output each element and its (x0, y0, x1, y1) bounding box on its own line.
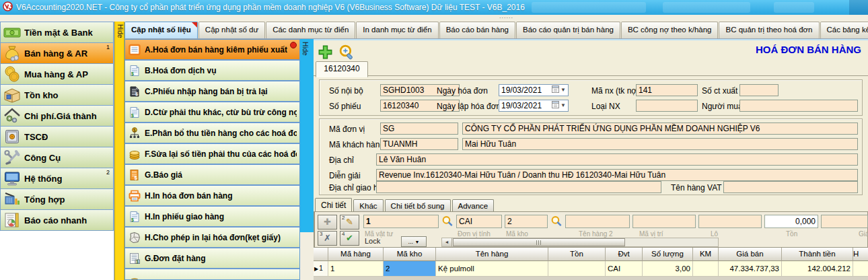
tab-advance[interactable]: Advance (452, 199, 495, 213)
sidebar-item-he-thong[interactable]: Hệ thống 2 (0, 168, 114, 189)
dien-giai-field[interactable]: Revenue Inv.16120340-Mai Hữu Tuân / Doan… (376, 169, 858, 181)
sidebar-item-mua-hang-ap[interactable]: Mua hàng & AP (0, 64, 114, 85)
calendar-icon[interactable] (552, 85, 559, 96)
tab-cac-bang-ke-bc-tai-khoan[interactable]: Các bảng kê, BC tài khoản (820, 22, 868, 38)
edit-line-button[interactable]: 2✎ (340, 215, 359, 230)
grid-header[interactable]: Đvt (606, 248, 643, 261)
grid-header[interactable]: H (853, 248, 868, 261)
sidebar-item-tscd[interactable]: TSCĐ (0, 127, 114, 147)
nguoi-mua-field[interactable] (739, 100, 858, 112)
cell-gia-ban[interactable]: 47.334.737,33 (719, 261, 782, 277)
cell-h[interactable] (853, 261, 868, 277)
search-item-icon[interactable] (441, 215, 453, 229)
row-selector-cell[interactable]: ▶1 (314, 261, 328, 277)
menu-item-partial[interactable] (125, 269, 299, 280)
tab-bc-cong-no-theo-khang[interactable]: BC công nợ theo k/hàng (621, 22, 719, 38)
menu-item-cho-phep-in-lai[interactable]: H.Cho phép in lại hóa đơn(kẹt giấy) (125, 228, 299, 248)
ma-vi-tri-editor[interactable] (632, 215, 696, 228)
tab-khac[interactable]: Khác (353, 199, 383, 213)
tab-bc-quan-tri-theo-hoa-don[interactable]: BC quản trị theo hoá đơn (719, 22, 819, 38)
tab-cap-nhat-so-du[interactable]: Cập nhật số dư (198, 22, 265, 38)
delete-line-button[interactable]: 3✗ (318, 231, 337, 246)
grid-header[interactable]: Giá bán (719, 248, 782, 261)
sidebar-item-ton-kho[interactable]: Tồn kho (0, 85, 114, 106)
tab-chi-tiet-bo-sung[interactable]: Chi tiết bổ sung (385, 199, 451, 213)
tab-bao-cao-quan-tri-ban-hang[interactable]: Báo cáo quản trị bán hàng (516, 22, 620, 38)
sidebar-item-ban-hang-ar[interactable]: Bán hàng & AR 1 (0, 43, 114, 64)
ma-kho-editor[interactable]: 2 (505, 215, 548, 228)
dia-chi-giao-hang-field[interactable] (376, 181, 661, 193)
tab-cap-nhat-so-lieu[interactable]: Cập nhật số liệu (124, 22, 198, 38)
menu-item-in-hoa-don-ban-hang[interactable]: H.In hóa đơn bán hàng (125, 186, 299, 207)
sidebar-hide-strip[interactable]: Hide (114, 22, 124, 280)
tab-in-danh-muc-tu-dien[interactable]: In danh mục từ điển (356, 22, 438, 38)
menu-item-in-phieu-giao-hang[interactable]: $ H.In phiếu giao hàng (125, 207, 299, 228)
dvt-editor[interactable]: CAI (456, 215, 502, 228)
cell-km[interactable] (693, 261, 719, 277)
ma-don-vi-field[interactable]: SG (380, 123, 458, 135)
cell-ton[interactable] (548, 261, 606, 277)
sidebar-item-tong-hop[interactable]: Tổng hợp (0, 189, 114, 210)
menu-item-hoa-don-ban-hang[interactable]: A.Hoá đơn bán hàng kiêm phiếu xuất (125, 40, 299, 61)
menu-item-hoa-don-dich-vu[interactable]: $ B.Hoá đơn dịch vụ (125, 61, 299, 81)
cell-ma-kho-selected[interactable]: 2 (384, 261, 436, 277)
grid-header[interactable]: Mã hàng (328, 248, 384, 261)
dropdown-icon[interactable]: ▼ (560, 85, 566, 96)
zoom-search-button[interactable] (339, 44, 355, 62)
dia-chi-field[interactable]: Lê Văn Huân (376, 153, 858, 166)
gia-editor[interactable] (821, 215, 868, 228)
menu-item-don-dat-hang[interactable]: $ G.Đơn đặt hàng (125, 248, 299, 269)
ma-khach-hang-field[interactable]: TUANMH (380, 138, 458, 150)
grid-header-selector[interactable] (314, 248, 328, 261)
coins-stack-icon (128, 147, 141, 161)
sidebar-item-bao-cao-nhanh[interactable]: Báo cáo nhanh (0, 210, 114, 231)
ma-nx-field[interactable]: 141 (636, 84, 698, 96)
loai-nx-field[interactable] (636, 100, 698, 112)
cell-so-luong[interactable]: 3,00 (643, 261, 693, 277)
ton-editor[interactable]: 0,000 (764, 215, 818, 228)
ngay-lap-hoa-don-field[interactable]: 19/03/2021 ▼ (499, 100, 569, 112)
scrollbar-thumb[interactable] (453, 238, 625, 246)
tab-cac-danh-muc-tu-dien[interactable]: Các danh mục từ điển (266, 22, 355, 38)
calendar-icon[interactable] (552, 100, 559, 111)
ma-vat-tu-editor[interactable]: 1 (363, 215, 439, 228)
menu-item-phan-bo-thu-tien[interactable]: $ E.Phân bổ thu tiền hàng cho các hoá đơ… (125, 123, 299, 144)
menu-item-bao-gia[interactable]: $ G.Báo giá (125, 165, 299, 186)
add-line-button[interactable]: ✚ (318, 215, 337, 230)
grid-header[interactable]: Thành tiền (782, 248, 853, 261)
cell-ten-hang[interactable]: Kệ pulmoll (436, 261, 548, 277)
so-ct-xuat-field[interactable] (739, 84, 779, 96)
menu-item-ctu-phai-thu-khac[interactable]: $ D.Ctừ phải thu khác, ctừ bù trừ công n… (125, 102, 299, 123)
ten-hang-vat-field[interactable] (723, 181, 858, 193)
menu-hide-strip[interactable]: Hide (300, 39, 314, 232)
grid-header[interactable]: Số lượng (643, 248, 693, 261)
lo-editor[interactable] (698, 215, 762, 228)
tab-bao-cao-ban-hang[interactable]: Báo cáo bán hàng (439, 22, 515, 38)
dropdown-icon[interactable]: ▼ (560, 100, 566, 111)
search-warehouse-icon[interactable] (550, 215, 562, 229)
menu-item-phieu-nhap-hang-tra-lai[interactable]: $ C.Phiếu nhập hàng bán bị trả lại (125, 81, 299, 102)
grid-header[interactable]: KM (693, 248, 719, 261)
tab-chi-tiet[interactable]: Chi tiết (315, 198, 352, 213)
menu-item-sua-lai-so-tien[interactable]: F.Sửa lại số tiền phải thu của các hoá đ… (125, 144, 299, 165)
ten-khach-hang-field[interactable]: Mai Hữu Tuân (462, 138, 858, 150)
ten-don-vi-field[interactable]: CÔNG TY CỔ PHẦN PHÁT TRIỂN ỨNG DỤNG PHẦN… (462, 123, 858, 135)
grid-header[interactable]: Tồn (548, 248, 606, 261)
grid-header[interactable]: Tên hàng (436, 248, 548, 261)
ngay-hoa-don-field[interactable]: 19/03/2021 ▼ (499, 84, 569, 96)
cell-ma-hang[interactable]: 1 (328, 261, 384, 277)
add-invoice-button[interactable] (318, 44, 333, 62)
sidebar-item-tien-mat-bank[interactable]: Tiền mặt & Bank (0, 22, 114, 43)
sidebar-item-cong-cu[interactable]: Công Cụ (0, 147, 114, 168)
confirm-line-button[interactable]: 4✔ (340, 231, 359, 246)
editor-hscrollbar[interactable]: ◄ (441, 238, 719, 247)
editor-column-label: Giá (859, 230, 868, 238)
document-tab[interactable]: 16120340 (316, 61, 368, 77)
sidebar-item-chi-phi-gia-thanh[interactable]: Chi phí.Giá thành (0, 106, 114, 127)
scroll-left-icon[interactable]: ◄ (442, 238, 452, 246)
grid-header[interactable]: Mã kho (384, 248, 436, 261)
lock-combo-button[interactable]: ... ▼ (401, 236, 427, 247)
cell-dvt[interactable]: CAI (606, 261, 643, 277)
cell-thanh-tien[interactable]: 142.004.212 (782, 261, 853, 277)
ten-hang-2-editor[interactable] (565, 215, 630, 228)
